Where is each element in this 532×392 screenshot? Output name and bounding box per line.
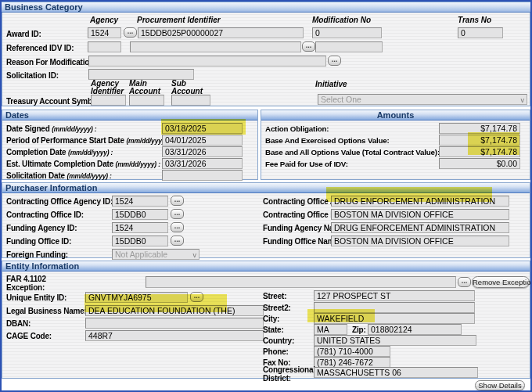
state-field[interactable]: MA (314, 324, 347, 335)
purchaser-information-panel: Purchaser Information Contracting Office… (2, 182, 530, 258)
city-field[interactable]: WAKEFIELD (314, 313, 475, 324)
pop-start-date-field[interactable]: 04/01/2025 (162, 135, 243, 146)
unique-entity-id-field[interactable]: GNVTMYJA6975 (85, 292, 188, 303)
treasury-account-symbol-label: Treasury Account Symbol: (6, 97, 102, 106)
country-label: Country: (263, 336, 294, 345)
tas-column-agency-identifier: Agency Identifier (91, 80, 127, 95)
initiative-column-header: Initiative (315, 81, 347, 88)
far-exception-field[interactable] (146, 276, 456, 288)
date-signed-label: Date Signed (6, 124, 50, 133)
tas-column-sub-account: Sub Account (171, 80, 207, 95)
fee-paid-idv-field[interactable]: $0.00 (439, 158, 520, 169)
est-ultimate-completion-date-label: Est. Ultimate Completion Date (6, 160, 113, 168)
remove-exception-button[interactable]: Remove Exception (472, 276, 530, 288)
referenced-idv-agency-field[interactable] (88, 41, 121, 52)
amounts-header: Amounts (261, 110, 530, 120)
base-exercised-options-label: Base And Exercised Options Value: (265, 136, 390, 145)
foreign-funding-value: Not Applicable (115, 250, 167, 259)
contracting-office-agency-id-field[interactable]: 1524 (112, 196, 168, 207)
funding-agency-id-field[interactable]: 1524 (112, 222, 168, 233)
base-exercised-options-field[interactable]: $7,174.78 (439, 135, 520, 146)
solicitation-id-field[interactable] (88, 69, 194, 80)
est-ultimate-completion-date-field[interactable]: 03/31/2026 (162, 158, 243, 169)
fax-no-field[interactable]: (781) 246-7672 (314, 357, 390, 368)
referenced-idv-label: Referenced IDV ID: (6, 44, 74, 52)
fee-paid-idv-label: Fee Paid for Use of IDV: (265, 160, 348, 168)
cage-code-field[interactable]: 448R7 (85, 330, 264, 341)
zip-label: Zip: (352, 325, 366, 334)
contracting-office-id-picker-button[interactable]: ... (171, 209, 184, 219)
foreign-funding-dropdown[interactable]: Not Applicablev (112, 249, 200, 260)
funding-agency-name-field[interactable]: DRUG ENFORCEMENT ADMINISTRATION (331, 222, 509, 233)
funding-office-name-field[interactable]: BOSTON MA DIVISION OFFICE (331, 236, 509, 246)
funding-agency-id-picker-button[interactable]: ... (171, 222, 184, 232)
reason-for-modification-picker-button[interactable]: ... (328, 56, 341, 66)
initiative-dropdown[interactable]: Select Onev (318, 94, 527, 105)
trans-no-field[interactable]: 0 (458, 27, 503, 38)
street-field[interactable]: 127 PROSPECT ST (314, 290, 475, 301)
congressional-district-field[interactable]: MASSACHUSETTS 06 (314, 367, 478, 378)
referenced-idv-picker-button[interactable]: ... (302, 41, 315, 52)
dban-field[interactable] (85, 318, 264, 329)
phone-field[interactable]: (781) 710-4000 (314, 346, 390, 357)
tas-main-account-field[interactable] (129, 95, 164, 106)
country-field[interactable]: UNITED STATES (314, 335, 476, 346)
dates-panel: Dates Date Signed (mm/dd/yyyy) : 03/18/2… (2, 110, 258, 180)
dates-header: Dates (2, 110, 257, 120)
state-label: State: (263, 325, 284, 334)
contracting-office-id-field[interactable]: 15DDB0 (112, 209, 168, 220)
referenced-idv-id-field[interactable] (130, 41, 301, 52)
completion-date-label: Completion Date (6, 148, 66, 156)
congressional-district-label: Congressional District: (263, 365, 311, 383)
contracting-office-agency-id-picker-button[interactable]: ... (171, 196, 184, 206)
unique-entity-id-label: Unique Entity ID: (6, 293, 66, 302)
action-obligation-field[interactable]: $7,174.78 (439, 123, 520, 134)
solicitation-date-hint: (mm/dd/yyyy) : (67, 172, 112, 180)
reason-for-modification-field[interactable] (88, 56, 326, 67)
base-all-options-label: Base and All Options Value (Total Contra… (265, 148, 440, 156)
completion-date-field[interactable]: 03/31/2026 (162, 146, 243, 157)
purchaser-information-header: Purchaser Information (2, 183, 530, 193)
procurement-identifier-field[interactable]: 15DDB025P00000027 (138, 27, 304, 38)
legal-business-name-field[interactable]: DEA EDUCATION FOUNDATION (THE) (85, 305, 264, 316)
pop-start-date-label: Period of Performance Start Date (6, 136, 124, 145)
award-agency-picker-button[interactable]: ... (124, 27, 137, 38)
zip-field[interactable]: 018802124 (368, 324, 462, 335)
solicitation-id-label: Solicitation ID: (6, 71, 59, 80)
show-details-button[interactable]: Show Details (475, 380, 525, 390)
legal-business-name-label: Legal Business Name: (6, 307, 87, 315)
tas-sub-account-field[interactable] (171, 95, 210, 106)
chevron-down-icon: v (193, 250, 197, 260)
solicitation-date-field[interactable] (162, 170, 243, 181)
contracting-office-name-field[interactable]: BOSTON MA DIVISION OFFICE (331, 209, 509, 220)
award-id-label: Award ID: (6, 30, 41, 38)
funding-office-id-field[interactable]: 15DDB0 (112, 236, 168, 246)
reason-for-modification-label: Reason For Modification: (6, 58, 96, 67)
date-signed-field[interactable]: 03/18/2025 (162, 123, 243, 134)
column-header-agency: Agency (90, 16, 118, 24)
document-information-panel: Document Information Agency Procurement … (2, 2, 530, 106)
tas-agency-identifier-field[interactable] (91, 95, 126, 106)
funding-agency-id-label: Funding Agency ID: (6, 224, 77, 232)
action-obligation-label: Action Obligation: (265, 124, 329, 133)
referenced-idv-extra-field[interactable] (315, 41, 383, 52)
funding-office-id-label: Funding Office ID: (6, 237, 71, 246)
cage-code-label: CAGE Code: (6, 332, 52, 340)
far-exception-picker-button[interactable]: ... (458, 277, 471, 287)
contracting-office-agency-name-field[interactable]: DRUG ENFORCEMENT ADMINISTRATION (331, 196, 509, 207)
chevron-down-icon: v (521, 95, 525, 105)
street2-field[interactable] (314, 302, 475, 313)
base-all-options-field[interactable]: $7,174.78 (439, 146, 520, 157)
column-header-trans-no: Trans No (458, 16, 491, 24)
date-signed-hint: (mm/dd/yyyy) : (52, 125, 96, 133)
modification-no-field[interactable]: 0 (312, 27, 382, 38)
solicitation-date-label: Solicitation Date (6, 171, 65, 180)
street2-label: Street2: (263, 304, 291, 312)
funding-office-name-label: Funding Office Name: (263, 237, 341, 246)
unique-entity-id-picker-button[interactable]: ... (190, 292, 203, 302)
funding-office-id-picker-button[interactable]: ... (171, 236, 184, 246)
award-agency-field[interactable]: 1524 (88, 27, 121, 38)
foreign-funding-label: Foreign Funding: (6, 250, 68, 259)
column-header-procurement-identifier: Procurement Identifier (137, 16, 221, 24)
est-ultimate-completion-date-hint: (mm/dd/yyyy) : (116, 160, 160, 168)
